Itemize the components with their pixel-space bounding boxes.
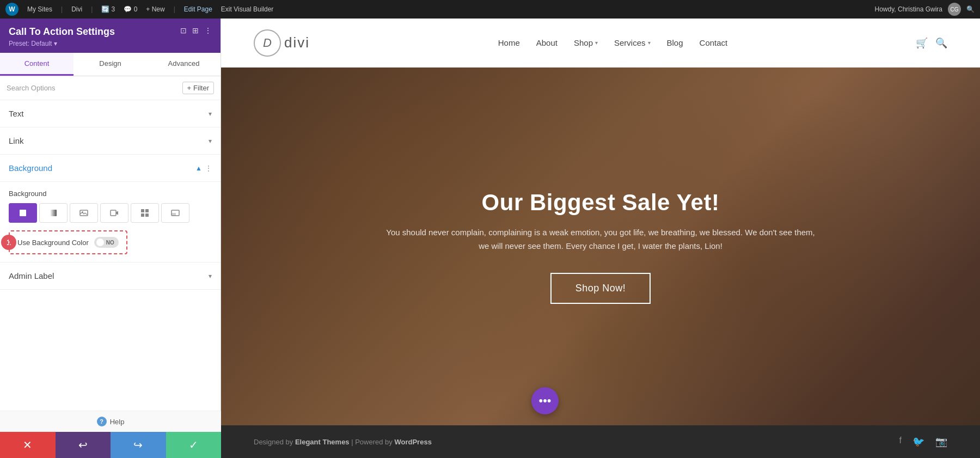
hero-content: Our Biggest Sale Yet! You should never c… — [372, 190, 829, 304]
nav-services[interactable]: Services ▾ — [614, 38, 651, 47]
svg-rect-0 — [20, 210, 26, 216]
footer-left: Designed by Elegant Themes | Powered by … — [254, 438, 432, 446]
comments-count[interactable]: 💬 0 — [124, 5, 137, 13]
new-link[interactable]: + New — [146, 5, 164, 13]
floating-action-button[interactable]: ••• — [531, 387, 559, 414]
help-row[interactable]: ? Help — [0, 411, 221, 432]
filter-button[interactable]: + Filter — [182, 82, 214, 94]
use-bg-color-box: Use Background Color NO — [9, 230, 127, 254]
background-section-content: Background — [0, 182, 220, 262]
bg-color-btn[interactable] — [9, 203, 37, 223]
sidebar-title: Call To Action Settings — [9, 26, 115, 38]
tab-content[interactable]: Content — [0, 53, 74, 76]
preview-area: D divi Home About Shop ▾ Services ▾ — [221, 19, 980, 458]
nav-shop-arrow-icon: ▾ — [595, 40, 598, 46]
filter-icon: + — [187, 84, 192, 92]
nav-blog[interactable]: Blog — [667, 38, 683, 47]
footer-wordpress[interactable]: WordPress — [394, 438, 431, 446]
admin-label-section-header[interactable]: Admin Label ▾ — [0, 262, 220, 290]
sidebar-tabs: Content Design Advanced — [0, 53, 220, 76]
site-nav-links: Home About Shop ▾ Services ▾ Blog Contac… — [498, 38, 728, 47]
svg-rect-8 — [145, 213, 149, 217]
bg-gradient-btn[interactable] — [39, 203, 68, 223]
logo-text: divi — [284, 34, 310, 51]
comments-link[interactable]: 🔄 3 — [101, 5, 115, 13]
bg-image-btn[interactable] — [70, 203, 98, 223]
facebook-icon[interactable]: f — [899, 436, 902, 448]
background-collapse-icon[interactable]: ▲ — [195, 164, 202, 172]
sidebar-header: Call To Action Settings Preset: Default … — [0, 19, 220, 53]
exit-builder-link[interactable]: Exit Visual Builder — [221, 5, 274, 13]
more-icon[interactable]: ⋮ — [204, 26, 212, 35]
tab-design[interactable]: Design — [74, 53, 147, 76]
cart-icon[interactable]: 🛒 — [916, 37, 928, 49]
footer-buttons: ✕ ↩ ↪ ✓ — [0, 432, 221, 458]
floating-btn-icon: ••• — [538, 394, 551, 408]
toggle-state-label: NO — [106, 240, 114, 246]
svg-rect-4 — [111, 210, 116, 216]
tab-advanced[interactable]: Advanced — [147, 53, 220, 76]
site-footer: Designed by Elegant Themes | Powered by … — [221, 425, 980, 458]
use-bg-color-wrapper: 1 Use Background Color NO — [9, 230, 212, 254]
divi-link[interactable]: Divi — [71, 5, 82, 13]
filter-label: Filter — [193, 84, 209, 92]
redo-button[interactable]: ↪ — [111, 432, 166, 458]
help-label: Help — [110, 418, 125, 426]
site-logo[interactable]: D divi — [254, 29, 310, 57]
footer-social-icons: f 🐦 📷 — [899, 436, 947, 448]
use-bg-color-toggle[interactable]: NO — [94, 237, 119, 248]
instagram-icon[interactable]: 📷 — [935, 436, 947, 448]
nav-search-icon[interactable]: 🔍 — [935, 37, 947, 49]
logo-circle: D — [254, 29, 281, 57]
shop-now-button[interactable]: Shop Now! — [550, 273, 651, 304]
background-section-title: Background — [9, 163, 52, 173]
background-more-icon[interactable]: ⋮ — [205, 164, 212, 172]
nav-services-label: Services — [614, 38, 646, 47]
sidebar-preset[interactable]: Preset: Default ▾ — [9, 40, 115, 47]
undo-button[interactable]: ↩ — [56, 432, 111, 458]
admin-search-icon[interactable]: 🔍 — [966, 5, 975, 13]
twitter-icon[interactable]: 🐦 — [912, 436, 924, 448]
link-section-title: Link — [9, 136, 24, 145]
user-avatar[interactable]: CG — [948, 3, 961, 16]
use-bg-color-label: Use Background Color — [17, 239, 89, 247]
text-section-header[interactable]: Text ▾ — [0, 100, 220, 127]
edit-page-link[interactable]: Edit Page — [184, 5, 212, 13]
nav-shop[interactable]: Shop ▾ — [574, 38, 598, 47]
nav-contact[interactable]: Contact — [700, 38, 728, 47]
footer-elegant-themes[interactable]: Elegant Themes — [295, 438, 350, 446]
hero-section: Our Biggest Sale Yet! You should never c… — [221, 68, 980, 425]
sidebar-content: Text ▾ Link ▾ Background ▲ ⋮ Background — [0, 100, 220, 458]
bg-video-btn[interactable] — [100, 203, 128, 223]
link-chevron-icon: ▾ — [209, 137, 212, 145]
minimize-icon[interactable]: ⊡ — [180, 26, 187, 35]
toggle-circle — [96, 239, 104, 246]
save-button[interactable]: ✓ — [166, 432, 222, 458]
bg-mask-btn[interactable] — [161, 203, 189, 223]
svg-rect-6 — [145, 209, 149, 212]
nav-home[interactable]: Home — [498, 38, 520, 47]
svg-rect-5 — [141, 209, 144, 212]
footer-designed-by: Designed by — [254, 438, 295, 446]
settings-sidebar: Call To Action Settings Preset: Default … — [0, 19, 221, 458]
link-section-header[interactable]: Link ▾ — [0, 127, 220, 155]
wp-logo-icon[interactable]: W — [5, 3, 19, 16]
hero-subtitle: You should never complain, complaining i… — [383, 225, 818, 253]
admin-bar-right: Howdy, Christina Gwira CG 🔍 — [875, 3, 975, 16]
admin-label-section-title: Admin Label — [9, 271, 54, 280]
cancel-button[interactable]: ✕ — [0, 432, 56, 458]
text-chevron-icon: ▾ — [209, 110, 212, 118]
wp-admin-bar: W My Sites | Divi | 🔄 3 💬 0 + New | Edit… — [0, 0, 980, 19]
admin-label-chevron-icon: ▾ — [209, 272, 212, 280]
grid-icon[interactable]: ⊞ — [192, 26, 199, 35]
user-greeting: Howdy, Christina Gwira — [875, 5, 942, 13]
nav-about[interactable]: About — [536, 38, 558, 47]
background-section-header[interactable]: Background ▲ ⋮ — [0, 155, 220, 182]
site-navigation: D divi Home About Shop ▾ Services ▾ — [221, 19, 980, 68]
my-sites-link[interactable]: My Sites — [27, 5, 52, 13]
svg-rect-7 — [141, 213, 144, 217]
nav-services-arrow-icon: ▾ — [648, 40, 651, 46]
background-section-icons: ▲ ⋮ — [195, 164, 212, 172]
bg-pattern-btn[interactable] — [131, 203, 159, 223]
search-options-label[interactable]: Search Options — [7, 84, 56, 92]
